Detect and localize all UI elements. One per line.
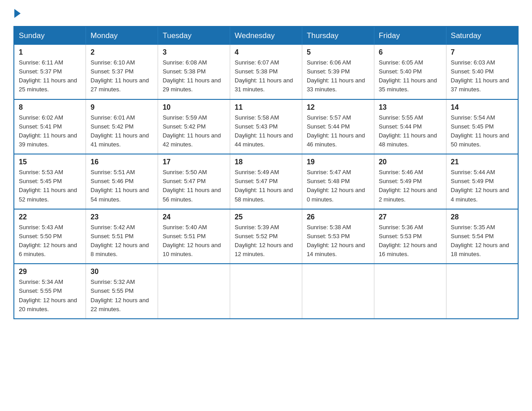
day-info: Sunrise: 5:58 AMSunset: 5:43 PMDaylight:… (235, 113, 297, 150)
logo (13, 9, 21, 18)
day-info: Sunrise: 6:11 AMSunset: 5:37 PMDaylight:… (19, 58, 81, 94)
calendar-cell: 14Sunrise: 5:54 AMSunset: 5:45 PMDayligh… (446, 99, 518, 154)
day-number: 11 (235, 103, 297, 111)
calendar-cell: 2Sunrise: 6:10 AMSunset: 5:37 PMDaylight… (86, 45, 158, 99)
day-number: 5 (307, 48, 369, 56)
day-info: Sunrise: 5:49 AMSunset: 5:47 PMDaylight:… (235, 168, 297, 204)
day-info: Sunrise: 6:10 AMSunset: 5:37 PMDaylight:… (90, 58, 153, 94)
day-number: 25 (235, 213, 297, 221)
day-info: Sunrise: 5:59 AMSunset: 5:42 PMDaylight:… (163, 113, 225, 150)
day-info: Sunrise: 6:06 AMSunset: 5:39 PMDaylight:… (307, 58, 369, 94)
day-number: 21 (451, 158, 513, 166)
day-info: Sunrise: 6:03 AMSunset: 5:40 PMDaylight:… (451, 58, 513, 94)
col-header-thursday: Thursday (302, 26, 374, 45)
day-number: 17 (163, 158, 225, 166)
day-number: 19 (307, 158, 369, 166)
col-header-monday: Monday (86, 26, 158, 45)
calendar-cell (158, 264, 230, 319)
day-info: Sunrise: 5:34 AMSunset: 5:55 PMDaylight:… (19, 278, 81, 314)
day-info: Sunrise: 5:54 AMSunset: 5:45 PMDaylight:… (451, 113, 513, 150)
day-info: Sunrise: 6:07 AMSunset: 5:38 PMDaylight:… (235, 58, 297, 94)
calendar-week-row: 15Sunrise: 5:53 AMSunset: 5:45 PMDayligh… (14, 154, 518, 209)
col-header-wednesday: Wednesday (230, 26, 302, 45)
calendar-cell: 4Sunrise: 6:07 AMSunset: 5:38 PMDaylight… (230, 45, 302, 99)
calendar-cell: 26Sunrise: 5:38 AMSunset: 5:53 PMDayligh… (302, 209, 374, 264)
day-number: 26 (307, 213, 369, 221)
day-info: Sunrise: 5:36 AMSunset: 5:53 PMDaylight:… (379, 223, 442, 259)
calendar-week-row: 22Sunrise: 5:43 AMSunset: 5:50 PMDayligh… (14, 209, 518, 264)
calendar-week-row: 8Sunrise: 6:02 AMSunset: 5:41 PMDaylight… (14, 99, 518, 154)
day-number: 24 (163, 213, 225, 221)
day-info: Sunrise: 5:46 AMSunset: 5:49 PMDaylight:… (379, 168, 442, 204)
day-info: Sunrise: 6:08 AMSunset: 5:38 PMDaylight:… (163, 58, 225, 94)
calendar-cell: 18Sunrise: 5:49 AMSunset: 5:47 PMDayligh… (230, 154, 302, 209)
day-number: 22 (19, 213, 81, 221)
day-info: Sunrise: 5:42 AMSunset: 5:51 PMDaylight:… (90, 223, 153, 259)
calendar-cell: 10Sunrise: 5:59 AMSunset: 5:42 PMDayligh… (158, 99, 230, 154)
day-number: 14 (451, 103, 513, 111)
day-number: 8 (19, 103, 81, 111)
calendar-cell: 21Sunrise: 5:44 AMSunset: 5:49 PMDayligh… (446, 154, 518, 209)
day-number: 16 (90, 158, 153, 166)
calendar-cell: 12Sunrise: 5:57 AMSunset: 5:44 PMDayligh… (302, 99, 374, 154)
day-info: Sunrise: 5:50 AMSunset: 5:47 PMDaylight:… (163, 168, 225, 204)
calendar-cell: 8Sunrise: 6:02 AMSunset: 5:41 PMDaylight… (14, 99, 86, 154)
calendar-header-row: SundayMondayTuesdayWednesdayThursdayFrid… (14, 26, 518, 45)
day-number: 15 (19, 158, 81, 166)
calendar-cell: 25Sunrise: 5:39 AMSunset: 5:52 PMDayligh… (230, 209, 302, 264)
col-header-sunday: Sunday (14, 26, 86, 45)
day-info: Sunrise: 6:02 AMSunset: 5:41 PMDaylight:… (19, 113, 81, 150)
calendar-cell (302, 264, 374, 319)
page-header (13, 9, 519, 18)
day-info: Sunrise: 5:43 AMSunset: 5:50 PMDaylight:… (19, 223, 81, 259)
day-number: 2 (90, 48, 153, 56)
col-header-friday: Friday (374, 26, 446, 45)
calendar-cell: 30Sunrise: 5:32 AMSunset: 5:55 PMDayligh… (86, 264, 158, 319)
calendar-cell: 24Sunrise: 5:40 AMSunset: 5:51 PMDayligh… (158, 209, 230, 264)
day-info: Sunrise: 5:44 AMSunset: 5:49 PMDaylight:… (451, 168, 513, 204)
day-info: Sunrise: 5:38 AMSunset: 5:53 PMDaylight:… (307, 223, 369, 259)
day-number: 23 (90, 213, 153, 221)
day-number: 29 (19, 268, 81, 276)
calendar-cell: 11Sunrise: 5:58 AMSunset: 5:43 PMDayligh… (230, 99, 302, 154)
calendar-cell (374, 264, 446, 319)
col-header-saturday: Saturday (446, 26, 518, 45)
calendar-cell (446, 264, 518, 319)
day-info: Sunrise: 5:55 AMSunset: 5:44 PMDaylight:… (379, 113, 442, 150)
day-info: Sunrise: 5:51 AMSunset: 5:46 PMDaylight:… (90, 168, 153, 204)
calendar-cell: 13Sunrise: 5:55 AMSunset: 5:44 PMDayligh… (374, 99, 446, 154)
calendar-cell: 16Sunrise: 5:51 AMSunset: 5:46 PMDayligh… (86, 154, 158, 209)
day-info: Sunrise: 5:35 AMSunset: 5:54 PMDaylight:… (451, 223, 513, 259)
calendar-cell: 6Sunrise: 6:05 AMSunset: 5:40 PMDaylight… (374, 45, 446, 99)
day-info: Sunrise: 5:32 AMSunset: 5:55 PMDaylight:… (90, 278, 153, 314)
calendar-cell: 3Sunrise: 6:08 AMSunset: 5:38 PMDaylight… (158, 45, 230, 99)
day-number: 27 (379, 213, 442, 221)
calendar-cell: 7Sunrise: 6:03 AMSunset: 5:40 PMDaylight… (446, 45, 518, 99)
calendar-week-row: 1Sunrise: 6:11 AMSunset: 5:37 PMDaylight… (14, 45, 518, 99)
day-number: 18 (235, 158, 297, 166)
calendar-cell: 23Sunrise: 5:42 AMSunset: 5:51 PMDayligh… (86, 209, 158, 264)
day-info: Sunrise: 6:05 AMSunset: 5:40 PMDaylight:… (379, 58, 442, 94)
calendar-cell: 29Sunrise: 5:34 AMSunset: 5:55 PMDayligh… (14, 264, 86, 319)
calendar-cell (230, 264, 302, 319)
day-info: Sunrise: 5:53 AMSunset: 5:45 PMDaylight:… (19, 168, 81, 204)
day-number: 12 (307, 103, 369, 111)
calendar-cell: 17Sunrise: 5:50 AMSunset: 5:47 PMDayligh… (158, 154, 230, 209)
day-info: Sunrise: 5:57 AMSunset: 5:44 PMDaylight:… (307, 113, 369, 150)
day-number: 9 (90, 103, 153, 111)
day-number: 1 (19, 48, 81, 56)
day-number: 7 (451, 48, 513, 56)
day-info: Sunrise: 6:01 AMSunset: 5:42 PMDaylight:… (90, 113, 153, 150)
day-number: 6 (379, 48, 442, 56)
day-info: Sunrise: 5:39 AMSunset: 5:52 PMDaylight:… (235, 223, 297, 259)
calendar-cell: 20Sunrise: 5:46 AMSunset: 5:49 PMDayligh… (374, 154, 446, 209)
day-number: 28 (451, 213, 513, 221)
day-number: 10 (163, 103, 225, 111)
logo-text (13, 9, 21, 18)
day-info: Sunrise: 5:40 AMSunset: 5:51 PMDaylight:… (163, 223, 225, 259)
day-number: 13 (379, 103, 442, 111)
calendar-week-row: 29Sunrise: 5:34 AMSunset: 5:55 PMDayligh… (14, 264, 518, 319)
calendar-cell: 15Sunrise: 5:53 AMSunset: 5:45 PMDayligh… (14, 154, 86, 209)
calendar-table: SundayMondayTuesdayWednesdayThursdayFrid… (13, 26, 519, 319)
day-number: 3 (163, 48, 225, 56)
